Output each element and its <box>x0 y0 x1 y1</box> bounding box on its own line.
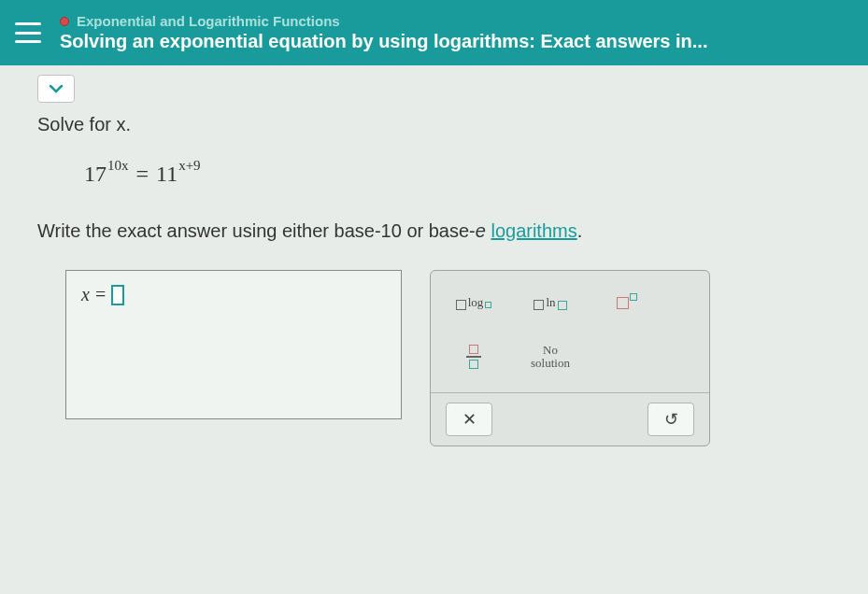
equation: 17 10x = 11 x+9 <box>84 162 831 187</box>
eq-right-exp: x+9 <box>178 158 200 174</box>
work-area: x = log <box>65 270 831 446</box>
eq-left-base: 17 <box>84 162 107 187</box>
category-label: Exponential and Logarithmic Functions <box>77 13 340 29</box>
status-dot-icon <box>60 17 69 26</box>
key-ln[interactable]: ln <box>522 295 578 310</box>
answer-input-slot[interactable] <box>111 285 124 305</box>
math-keypad: log ln <box>430 270 710 446</box>
logarithms-link[interactable]: logarithms <box>491 220 576 241</box>
header-text: Exponential and Logarithmic Functions So… <box>60 13 853 52</box>
key-power[interactable] <box>599 297 655 309</box>
key-no-solution[interactable]: No solution <box>522 344 578 371</box>
page-title: Solving an exponential equation by using… <box>60 31 853 52</box>
undo-button[interactable]: ↺ <box>647 403 694 436</box>
problem-text: Solve for x. 17 10x = 11 x+9 Write the e… <box>37 114 831 446</box>
eq-left-exp: 10x <box>107 158 129 174</box>
placeholder-icon <box>456 300 466 310</box>
prompt2-pre: Write the exact answer using either base… <box>37 220 476 241</box>
eq-sign: = <box>136 162 149 187</box>
menu-icon[interactable] <box>15 22 41 43</box>
answer-eq: = <box>95 284 106 305</box>
answer-box[interactable]: x = <box>65 270 402 419</box>
placeholder-icon <box>617 297 629 309</box>
answer-expression: x = <box>81 284 386 305</box>
prompt-solve: Solve for x. <box>37 114 831 135</box>
undo-icon: ↺ <box>664 409 678 430</box>
x-icon: ✕ <box>462 409 477 430</box>
prompt2-post: . <box>577 220 583 241</box>
prompt-instructions: Write the exact answer using either base… <box>37 220 831 242</box>
collapse-toggle[interactable] <box>37 75 75 103</box>
placeholder-icon <box>485 302 491 308</box>
placeholder-icon <box>534 300 544 310</box>
header-category: Exponential and Logarithmic Functions <box>60 13 853 29</box>
content-area: Solve for x. 17 10x = 11 x+9 Write the e… <box>0 65 868 594</box>
answer-var: x <box>81 284 90 305</box>
placeholder-icon <box>469 360 478 369</box>
key-log[interactable]: log <box>446 295 502 310</box>
chevron-down-icon <box>50 84 63 93</box>
placeholder-icon <box>469 345 478 354</box>
placeholder-icon <box>630 293 637 301</box>
app-header: Exponential and Logarithmic Functions So… <box>0 0 868 65</box>
clear-button[interactable]: ✕ <box>446 403 492 436</box>
prompt2-e: e <box>476 220 486 241</box>
key-fraction[interactable] <box>446 345 502 369</box>
placeholder-icon <box>558 301 567 310</box>
eq-right-base: 11 <box>156 162 178 187</box>
